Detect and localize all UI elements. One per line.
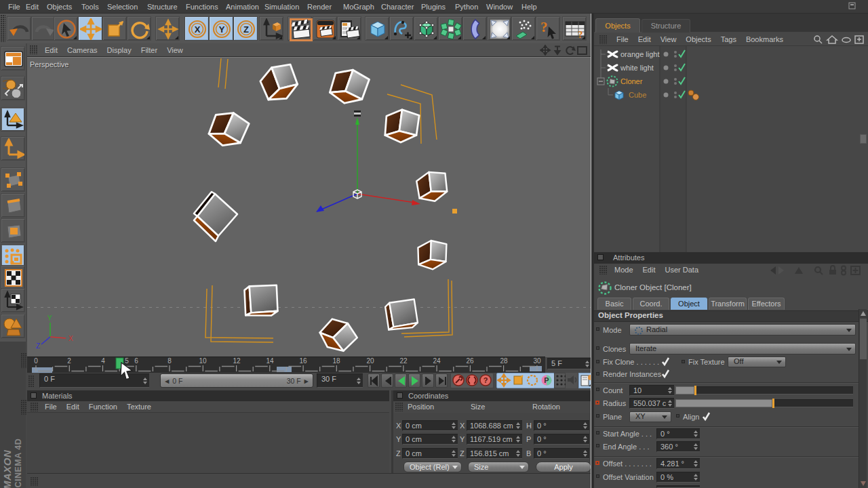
svg-text:12: 12 [233, 357, 241, 365]
svg-text:?: ? [540, 19, 548, 35]
svg-text:Perspective: Perspective [30, 60, 68, 68]
svg-text:30: 30 [533, 357, 541, 365]
svg-text:Y: Y [219, 24, 225, 35]
svg-text:26: 26 [466, 357, 474, 365]
svg-text:18: 18 [332, 357, 340, 365]
svg-text:white light: white light [620, 64, 654, 72]
svg-text:0: 0 [34, 357, 38, 365]
svg-text:6: 6 [134, 357, 138, 365]
svg-text:?: ? [484, 376, 488, 384]
svg-text:Z: Z [243, 24, 249, 35]
svg-text:2: 2 [67, 357, 71, 365]
svg-text:16: 16 [299, 357, 307, 365]
svg-text:X: X [195, 24, 201, 35]
svg-text:20: 20 [366, 357, 374, 365]
svg-text:24: 24 [433, 357, 441, 365]
svg-text:28: 28 [500, 357, 508, 365]
svg-text:orange light: orange light [620, 50, 660, 58]
svg-text:14: 14 [266, 357, 274, 365]
svg-text:X: X [68, 335, 73, 342]
svg-text:10: 10 [199, 357, 207, 365]
svg-text:8: 8 [167, 357, 172, 365]
svg-text:P: P [544, 376, 549, 384]
svg-text:Cube: Cube [629, 91, 646, 99]
svg-text:22: 22 [399, 357, 408, 365]
svg-text:Cloner: Cloner [620, 77, 643, 85]
svg-text:4: 4 [101, 357, 105, 365]
svg-text:Z: Z [36, 342, 40, 350]
svg-text:Y: Y [47, 314, 52, 322]
